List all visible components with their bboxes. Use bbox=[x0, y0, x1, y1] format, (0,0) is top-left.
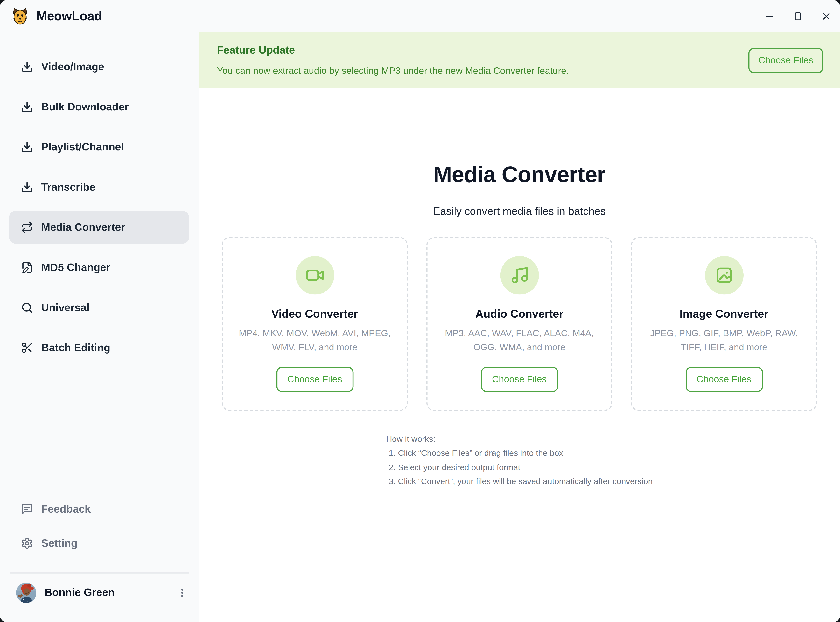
sidebar-item-label: Universal bbox=[41, 302, 89, 314]
maximize-icon[interactable] bbox=[793, 11, 803, 21]
banner-choose-files-button[interactable]: Choose Files bbox=[748, 47, 823, 73]
search-icon bbox=[21, 302, 33, 314]
gear-icon bbox=[21, 537, 33, 549]
download-icon bbox=[21, 181, 33, 193]
sidebar-item-label: Transcribe bbox=[41, 181, 95, 193]
titlebar: MeowLoad bbox=[0, 0, 840, 32]
sidebar-footer: Feedback Setting bbox=[0, 494, 199, 622]
page-title: Media Converter bbox=[199, 163, 840, 186]
sidebar-item-setting[interactable]: Setting bbox=[9, 528, 189, 558]
image-icon bbox=[705, 256, 743, 294]
scissors-icon bbox=[21, 342, 33, 354]
video-choose-files-button[interactable]: Choose Files bbox=[276, 367, 353, 392]
sidebar-item-batch-editing[interactable]: Batch Editing bbox=[9, 331, 189, 364]
sidebar-item-feedback[interactable]: Feedback bbox=[9, 494, 189, 524]
image-converter-card[interactable]: Image Converter JPEG, PNG, GIF, BMP, Web… bbox=[631, 237, 817, 411]
sidebar-item-label: Media Converter bbox=[41, 221, 125, 233]
sidebar-item-label: Video/Image bbox=[41, 61, 104, 73]
card-formats: JPEG, PNG, GIF, BMP, WebP, RAW, TIFF, HE… bbox=[641, 327, 806, 355]
sidebar-item-label: Bulk Downloader bbox=[41, 101, 129, 113]
feature-update-banner: Feature Update You can now extract audio… bbox=[199, 32, 840, 88]
avatar bbox=[16, 582, 37, 603]
page-subtitle: Easily convert media files in batches bbox=[199, 205, 840, 217]
sidebar-item-media-converter[interactable]: Media Converter bbox=[9, 211, 189, 244]
card-formats: MP3, AAC, WAV, FLAC, ALAC, M4A, OGG, WMA… bbox=[437, 327, 602, 355]
sidebar-item-universal[interactable]: Universal bbox=[9, 291, 189, 324]
video-converter-card[interactable]: Video Converter MP4, MKV, MOV, WebM, AVI… bbox=[222, 237, 408, 411]
how-it-works-step: 2. Select your desired output format bbox=[389, 460, 653, 474]
card-title: Video Converter bbox=[272, 307, 358, 320]
user-row: Bonnie Green bbox=[16, 581, 189, 604]
sidebar-divider bbox=[10, 572, 189, 573]
sidebar-item-label: Feedback bbox=[41, 503, 91, 515]
image-choose-files-button[interactable]: Choose Files bbox=[686, 367, 763, 392]
banner-title: Feature Update bbox=[217, 44, 840, 56]
how-it-works-step: 3. Click “Convert”, your files will be s… bbox=[389, 474, 653, 488]
music-note-icon bbox=[500, 256, 539, 294]
download-icon bbox=[21, 101, 33, 113]
minimize-icon[interactable] bbox=[764, 11, 775, 21]
sidebar-item-label: Playlist/Channel bbox=[41, 141, 124, 153]
card-title: Image Converter bbox=[680, 307, 768, 320]
sidebar-item-label: Setting bbox=[41, 537, 78, 549]
sidebar-item-label: MD5 Changer bbox=[41, 261, 110, 273]
file-pen-icon bbox=[21, 261, 33, 273]
audio-converter-card[interactable]: Audio Converter MP3, AAC, WAV, FLAC, ALA… bbox=[426, 237, 612, 411]
download-icon bbox=[21, 61, 33, 73]
meowload-cat-logo-icon bbox=[11, 8, 29, 25]
media-converter-content: Media Converter Easily convert media fil… bbox=[199, 163, 840, 488]
feedback-message-icon bbox=[21, 503, 33, 515]
how-it-works-section: How it works: 1. Click “Choose Files” or… bbox=[199, 432, 840, 488]
download-icon bbox=[21, 141, 33, 153]
converter-cards: Video Converter MP4, MKV, MOV, WebM, AVI… bbox=[199, 237, 840, 411]
app-title: MeowLoad bbox=[37, 9, 102, 23]
banner-message: You can now extract audio by selecting M… bbox=[217, 65, 840, 76]
sidebar-item-playlist-channel[interactable]: Playlist/Channel bbox=[9, 131, 189, 163]
main-panel: Feature Update You can now extract audio… bbox=[199, 32, 840, 622]
user-name: Bonnie Green bbox=[44, 587, 115, 599]
card-title: Audio Converter bbox=[475, 307, 563, 320]
close-icon[interactable] bbox=[821, 11, 831, 21]
sidebar-item-label: Batch Editing bbox=[41, 342, 110, 354]
window-controls bbox=[764, 0, 840, 32]
app-window: MeowLoad Video/Image Bulk Downloader bbox=[0, 0, 840, 622]
repeat-icon bbox=[21, 221, 33, 233]
sidebar-item-md5-changer[interactable]: MD5 Changer bbox=[9, 251, 189, 284]
how-it-works-title: How it works: bbox=[386, 432, 652, 446]
video-icon bbox=[295, 256, 334, 294]
sidebar-item-video-image[interactable]: Video/Image bbox=[9, 50, 189, 83]
kebab-menu-icon[interactable] bbox=[175, 584, 189, 601]
sidebar: Video/Image Bulk Downloader Playlist/Cha… bbox=[0, 32, 199, 622]
sidebar-item-bulk-downloader[interactable]: Bulk Downloader bbox=[9, 91, 189, 123]
sidebar-item-transcribe[interactable]: Transcribe bbox=[9, 171, 189, 204]
audio-choose-files-button[interactable]: Choose Files bbox=[481, 367, 558, 392]
how-it-works-step: 1. Click “Choose Files” or drag files in… bbox=[389, 446, 653, 460]
card-formats: MP4, MKV, MOV, WebM, AVI, MPEG, WMV, FLV… bbox=[232, 327, 397, 355]
